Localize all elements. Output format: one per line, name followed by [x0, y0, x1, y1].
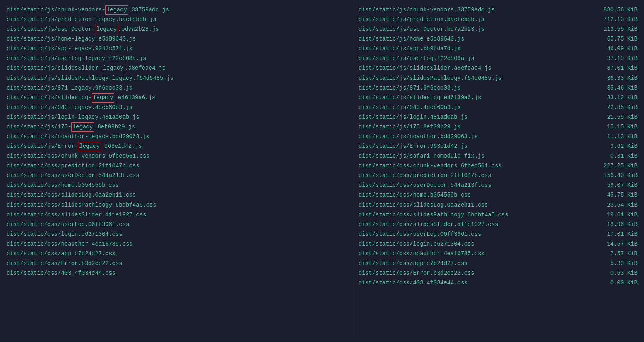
list-item: dist/static/css/prediction.21f1047b.css1…	[358, 171, 638, 180]
list-item: dist/static/js/175-legacy.8ef09b29.js	[6, 122, 345, 132]
list-item: dist/static/js/slidesPathloogy-legacy.f6…	[6, 73, 345, 83]
legacy-badge: legacy	[71, 122, 94, 132]
list-item: dist/static/css/prediction.21f1047b.css	[6, 161, 345, 171]
file-size: 156.40 KiB	[597, 171, 638, 180]
list-item: dist/static/css/Error.b3d2ee22.css0.63 K…	[358, 268, 638, 278]
list-item: dist/static/js/943.4dcb60b3.js22.85 KiB	[358, 103, 638, 112]
list-item: dist/static/css/login.e6271304.css	[6, 229, 345, 239]
list-item: dist/static/css/home.b054559b.css45.75 K…	[358, 190, 638, 200]
file-size: 33.12 KiB	[597, 93, 638, 103]
file-name: dist/static/css/app.c7b24d27.css	[358, 259, 468, 268]
list-item: dist/static/css/403.4f034e44.css	[6, 268, 345, 278]
list-item: dist/static/css/app.c7b24d27.css5.39 KiB	[358, 259, 638, 268]
file-name: dist/static/js/userDector.bd7a2b23.js	[358, 24, 485, 34]
list-item: dist/static/js/slidesSlider-legacy.a8efe…	[6, 63, 345, 73]
list-item: dist/static/js/prediction.baefebdb.js712…	[358, 15, 638, 24]
file-size: 0.00 KiB	[597, 278, 638, 288]
file-name: dist/static/js/userLog.f22e808a.js	[358, 53, 474, 63]
list-item: dist/static/css/noauthor.4ea16785.css	[6, 239, 345, 249]
file-size: 36.33 KiB	[597, 73, 638, 83]
list-item: dist/static/css/userLog.06ff3961.css17.0…	[358, 229, 638, 239]
list-item: dist/static/js/943-legacy.4dcb60b3.js	[6, 103, 345, 112]
list-item: dist/static/css/slidesPathloogy.6bdbf4a5…	[358, 210, 638, 220]
list-item: dist/static/css/userDector.544a213f.css	[6, 171, 345, 180]
file-size: 880.56 KiB	[597, 5, 638, 15]
list-item: dist/static/css/chunk-vendors.6fbed561.c…	[6, 151, 345, 161]
list-item: dist/static/js/Error.963e1d42.js3.62 KiB	[358, 141, 638, 151]
file-name: dist/static/css/noauthor.4ea16785.css	[358, 249, 485, 259]
file-size: 23.54 KiB	[597, 200, 638, 210]
file-size: 46.09 KiB	[597, 44, 638, 53]
list-item: dist/static/js/noauthor-legacy.bdd29063.…	[6, 132, 345, 141]
file-size: 35.46 KiB	[597, 83, 638, 93]
list-item: dist/static/js/userDector.bd7a2b23.js113…	[358, 24, 638, 34]
list-item: dist/static/css/userLog.06ff3961.css	[6, 220, 345, 229]
list-item: dist/static/css/403.4f034e44.css0.00 KiB	[358, 278, 638, 288]
list-item: dist/static/css/app.c7b24d27.css	[6, 249, 345, 259]
file-size: 18.96 KiB	[597, 220, 638, 229]
left-panel: dist/static/js/chunk-vendors-legacy 3375…	[0, 0, 352, 342]
list-item: dist/static/js/home-legacy.e5d89640.js	[6, 34, 345, 44]
file-name: dist/static/js/chunk-vendors.33759adc.js	[358, 5, 495, 15]
list-item: dist/static/js/Error-legacy 963e1d42.js	[6, 141, 345, 151]
list-item: dist/static/css/home.b054559b.css	[6, 180, 345, 190]
file-name: dist/static/css/slidesPathloogy.6bdbf4a5…	[358, 210, 509, 220]
file-size: 15.15 KiB	[597, 122, 638, 132]
list-item: dist/static/js/slidesSlider.a8efeae4.js3…	[358, 63, 638, 73]
list-item: dist/static/css/userDector.544a213f.css5…	[358, 180, 638, 190]
list-item: dist/static/js/app-legacy.9042c57f.js	[6, 44, 345, 53]
file-size: 17.01 KiB	[597, 229, 638, 239]
file-size: 0.63 KiB	[597, 268, 638, 278]
list-item: dist/static/js/chunk-vendors.33759adc.js…	[358, 5, 638, 15]
file-name: dist/static/js/login.481ad0ab.js	[358, 112, 468, 122]
list-item: dist/static/js/userLog.f22e808a.js37.19 …	[358, 53, 638, 63]
file-name: dist/static/js/home.e5d89640.js	[358, 34, 464, 44]
file-name: dist/static/js/slidesSlider.a8efeae4.js	[358, 63, 492, 73]
list-item: dist/static/js/login.481ad0ab.js21.55 Ki…	[358, 112, 638, 122]
legacy-badge: legacy	[92, 93, 114, 103]
list-item: dist/static/css/slidesLog.0aa2eb11.css23…	[358, 200, 638, 210]
list-item: dist/static/js/871.9f6ecc03.js35.46 KiB	[358, 83, 638, 93]
file-size: 0.31 KiB	[597, 151, 638, 161]
list-item: dist/static/css/Error.b3d2ee22.css	[6, 259, 345, 268]
file-size: 22.85 KiB	[597, 103, 638, 112]
file-name: dist/static/js/safari-nomodule-fix.js	[358, 151, 485, 161]
file-size: 113.55 KiB	[597, 24, 638, 34]
file-name: dist/static/js/app.bb9fda7d.js	[358, 44, 461, 53]
file-name: dist/static/css/login.e6271304.css	[358, 239, 474, 249]
right-panel: dist/static/js/chunk-vendors.33759adc.js…	[352, 0, 644, 342]
legacy-badge: legacy	[95, 25, 118, 34]
file-size: 3.62 KiB	[597, 141, 638, 151]
file-name: dist/static/js/slidesLog.e46139a6.js	[358, 93, 481, 103]
file-size: 11.13 KiB	[597, 132, 638, 141]
list-item: dist/static/css/noauthor.4ea16785.css7.5…	[358, 249, 638, 259]
list-item: dist/static/js/175.8ef09b29.js15.15 KiB	[358, 122, 638, 132]
list-item: dist/static/js/slidesPathloogy.f64d6485.…	[358, 73, 638, 83]
list-item: dist/static/css/chunk-vendors.6fbed561.c…	[358, 161, 638, 171]
list-item: dist/static/js/noauthor.bdd29063.js11.13…	[358, 132, 638, 141]
list-item: dist/static/js/slidesLog-legacy e46139a6…	[6, 93, 345, 103]
file-name: dist/static/js/943.4dcb60b3.js	[358, 103, 461, 112]
file-size: 65.75 KiB	[597, 34, 638, 44]
list-item: dist/static/css/login.e6271304.css14.57 …	[358, 239, 638, 249]
file-size: 59.07 KiB	[597, 180, 638, 190]
legacy-badge: legacy	[105, 5, 128, 15]
file-name: dist/static/js/noauthor.bdd29063.js	[358, 132, 478, 141]
list-item: dist/static/js/userDector-legacy.bd7a2b2…	[6, 24, 345, 34]
file-name: dist/static/css/userDector.544a213f.css	[358, 180, 492, 190]
list-item: dist/static/js/userLog-legacy.f22e808a.j…	[6, 53, 345, 63]
file-name: dist/static/css/slidesSlider.d11e1927.cs…	[358, 220, 498, 229]
file-size: 21.55 KiB	[597, 112, 638, 122]
file-name: dist/static/css/Error.b3d2ee22.css	[358, 268, 474, 278]
file-name: dist/static/css/prediction.21f1047b.css	[358, 171, 492, 180]
file-name: dist/static/css/chunk-vendors.6fbed561.c…	[358, 161, 502, 171]
file-name: dist/static/js/slidesPathloogy.f64d6485.…	[358, 73, 502, 83]
file-name: dist/static/js/Error.963e1d42.js	[358, 141, 468, 151]
file-size: 45.75 KiB	[597, 190, 638, 200]
file-size: 14.57 KiB	[597, 239, 638, 249]
list-item: dist/static/js/login-legacy.481ad0ab.js	[6, 112, 345, 122]
file-size: 19.61 KiB	[597, 210, 638, 220]
legacy-badge: legacy	[102, 64, 125, 73]
list-item: dist/static/js/safari-nomodule-fix.js0.3…	[358, 151, 638, 161]
file-size: 37.01 KiB	[597, 63, 638, 73]
